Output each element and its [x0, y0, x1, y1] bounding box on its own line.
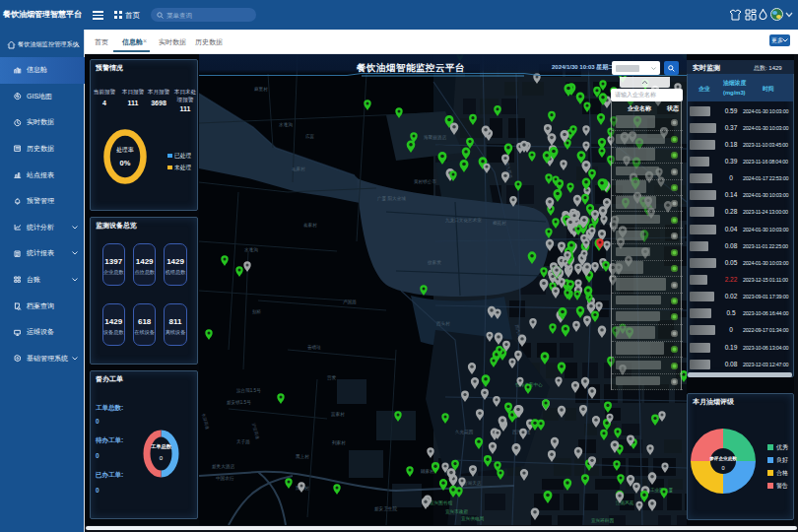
- svg-text:宜兴供电局: 宜兴供电局: [461, 515, 484, 522]
- svg-text:宜兴市政府: 宜兴市政府: [445, 508, 468, 514]
- svg-text:列家村: 列家村: [332, 439, 346, 446]
- svg-text:徐家发: 徐家发: [428, 259, 441, 266]
- svg-text:涂台照1.5号: 涂台照1.5号: [236, 387, 261, 393]
- svg-text:香湖天店: 香湖天店: [463, 480, 482, 487]
- svg-text:海聚丽酒店: 海聚丽酒店: [424, 134, 446, 141]
- svg-text:营发: 营发: [327, 374, 337, 381]
- svg-text:新安卫生院: 新安卫生院: [374, 505, 397, 512]
- svg-text:広富: 広富: [305, 134, 314, 139]
- svg-text:天子路: 天子路: [236, 439, 250, 444]
- svg-text:新安镇1.5号: 新安镇1.5号: [227, 400, 251, 405]
- svg-text:中国农行: 中国农行: [216, 475, 234, 482]
- svg-text:广厦 阳大金城: 广厦 阳大金城: [377, 195, 406, 202]
